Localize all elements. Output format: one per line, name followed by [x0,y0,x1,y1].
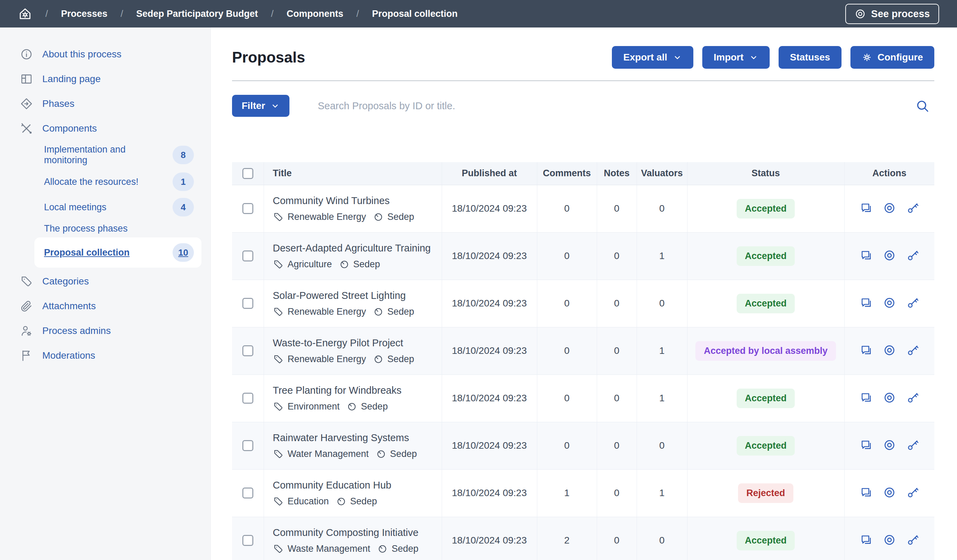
proposal-category: Waste Management [288,544,371,554]
proposal-tags: Agriculture Sedep [273,259,441,270]
preview-eye-icon[interactable] [883,533,896,546]
sidebar-item-label: About this process [42,49,122,60]
filter-button[interactable]: Filter [232,95,289,117]
home-icon[interactable] [18,6,32,21]
search-input[interactable] [289,100,915,112]
see-process-label: See process [871,8,930,20]
select-all-checkbox[interactable] [242,168,253,179]
sidebar-item-components[interactable]: Components [0,116,210,141]
configure-button[interactable]: Configure [850,46,934,69]
preview-eye-icon[interactable] [883,439,896,451]
divider [232,80,934,81]
answer-proposal-icon[interactable] [860,533,872,546]
scope-icon [339,259,349,269]
preview-eye-icon[interactable] [883,344,896,357]
answer-proposal-icon[interactable] [860,249,872,262]
sidebar-item-landing-page[interactable]: Landing page [0,67,210,91]
permissions-key-icon[interactable] [906,297,919,309]
comments-count: 0 [537,280,597,327]
permissions-key-icon[interactable] [906,391,919,404]
answer-proposal-icon[interactable] [860,439,872,451]
table-row[interactable]: Tree Planting for Windbreaks Environment [232,374,934,422]
chevron-down-icon [749,53,758,62]
table-row[interactable]: Desert-Adapted Agriculture Training Agri… [232,232,934,280]
proposal-scope: Sedep [387,211,414,222]
proposal-title[interactable]: Desert-Adapted Agriculture Training [273,243,441,254]
notes-count: 0 [597,517,636,560]
scope-icon [376,449,386,459]
statuses-button[interactable]: Statuses [779,46,842,69]
proposal-category: Education [288,496,329,507]
row-checkbox[interactable] [242,440,253,451]
answer-proposal-icon[interactable] [860,297,872,309]
sidebar-item-implementation-monitoring[interactable]: Implementation and monitoring 8 [35,141,201,169]
answer-proposal-icon[interactable] [860,202,872,215]
category-tag-icon [273,401,284,412]
proposal-title[interactable]: Waste-to-Energy Pilot Project [273,338,441,349]
breadcrumb-current[interactable]: Proposal collection [372,9,458,19]
sidebar-item-phases[interactable]: Phases [0,91,210,116]
permissions-key-icon[interactable] [906,202,919,215]
phases-diamond-icon [20,97,33,110]
proposal-title[interactable]: Community Wind Turbines [273,195,441,207]
sidebar-item-local-meetings[interactable]: Local meetings 4 [35,194,201,220]
preview-eye-icon[interactable] [883,486,896,499]
proposal-scope: Sedep [387,306,414,317]
permissions-key-icon[interactable] [906,344,919,357]
table-row[interactable]: Solar-Powered Street Lighting Renewable … [232,280,934,327]
row-actions [860,344,919,357]
breadcrumb-processes[interactable]: Processes [61,9,107,19]
sidebar-item-about[interactable]: About this process [0,42,210,67]
valuators-count: 0 [636,422,687,469]
category-tag-icon [273,354,284,364]
permissions-key-icon[interactable] [906,439,919,451]
import-button[interactable]: Import [702,46,770,69]
sidebar-item-attachments[interactable]: Attachments [0,294,210,319]
count-badge: 1 [172,172,194,191]
row-checkbox[interactable] [242,251,253,262]
row-actions [860,249,919,262]
proposal-title[interactable]: Rainwater Harvesting Systems [273,432,441,443]
table-row[interactable]: Community Education Hub Education [232,469,934,517]
answer-proposal-icon[interactable] [860,391,872,404]
sidebar-item-allocate-resources[interactable]: Allocate the resources! 1 [35,169,201,194]
filter-label: Filter [242,100,265,111]
row-checkbox[interactable] [242,298,253,309]
sub-item-label: Implementation and monitoring [44,144,166,166]
permissions-key-icon[interactable] [906,486,919,499]
sidebar-item-process-admins[interactable]: Process admins [0,319,210,343]
proposal-title[interactable]: Solar-Powered Street Lighting [273,290,441,301]
search-icon[interactable] [915,99,930,113]
published-at-value: 18/10/2024 09:23 [442,327,537,374]
export-all-button[interactable]: Export all [612,46,693,69]
preview-eye-icon[interactable] [883,202,896,215]
proposal-title[interactable]: Community Composting Initiative [273,527,441,538]
column-header-status: Status [687,162,844,185]
table-row[interactable]: Community Composting Initiative Waste Ma… [232,517,934,560]
sidebar-item-proposal-collection[interactable]: Proposal collection 10 [35,237,201,268]
row-checkbox[interactable] [242,393,253,404]
row-checkbox[interactable] [242,345,253,356]
sidebar-item-process-phases[interactable]: The process phases [35,220,201,237]
sidebar-item-categories[interactable]: Categories [0,269,210,294]
answer-proposal-icon[interactable] [860,344,872,357]
see-process-button[interactable]: See process [845,4,939,24]
table-row[interactable]: Community Wind Turbines Renewable Energy [232,185,934,232]
answer-proposal-icon[interactable] [860,486,872,499]
preview-eye-icon[interactable] [883,297,896,309]
proposal-title[interactable]: Community Education Hub [273,480,441,491]
preview-eye-icon[interactable] [883,249,896,262]
preview-eye-icon[interactable] [883,391,896,404]
proposal-category: Renewable Energy [288,211,366,222]
permissions-key-icon[interactable] [906,249,919,262]
sidebar-item-moderations[interactable]: Moderations [0,343,210,368]
table-row[interactable]: Rainwater Harvesting Systems Water Manag… [232,422,934,469]
breadcrumb-process-name[interactable]: Sedep Participatory Budget [136,9,258,19]
proposal-title[interactable]: Tree Planting for Windbreaks [273,385,441,396]
breadcrumb-components[interactable]: Components [287,9,343,19]
row-checkbox[interactable] [242,203,253,214]
row-checkbox[interactable] [242,535,253,546]
row-checkbox[interactable] [242,487,253,498]
table-row[interactable]: Waste-to-Energy Pilot Project Renewable … [232,327,934,374]
permissions-key-icon[interactable] [906,533,919,546]
